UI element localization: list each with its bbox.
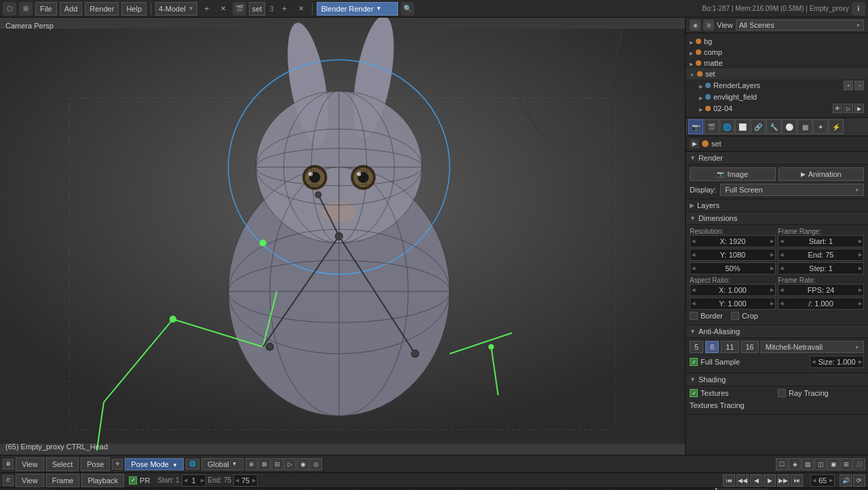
overlay-btn3[interactable]: ▤ [802, 458, 814, 470]
view-menu[interactable]: View [16, 457, 44, 471]
scene-item-matte[interactable]: matte [686, 58, 868, 68]
display-select[interactable]: Full Screen [720, 184, 864, 196]
ray-tracing-checkbox[interactable] [778, 389, 786, 397]
aa-section-header[interactable]: ▼ Anti-Aliasing [686, 325, 868, 338]
textures-checkbox[interactable] [690, 389, 698, 397]
end-num[interactable]: 75 [233, 474, 258, 487]
prop-object-icon[interactable]: ⬜ [735, 119, 750, 134]
aa-8[interactable]: 8 [705, 341, 719, 353]
start-field[interactable]: Start: 1 [778, 235, 864, 247]
aspect-y-field[interactable]: Y: 1.000 [690, 298, 776, 310]
sync-btn[interactable]: ⟳ [853, 474, 865, 487]
overlay-btn2[interactable]: ◈ [789, 458, 801, 470]
remove-screen[interactable]: ✕ [216, 2, 230, 16]
remove-scene[interactable]: ✕ [294, 2, 308, 16]
prop-world-icon[interactable]: 🌐 [719, 119, 734, 134]
overlay-btn6[interactable]: ⊞ [840, 458, 852, 470]
scene-name[interactable]: set [249, 2, 266, 16]
0204-render[interactable]: ▶ [854, 104, 864, 113]
pose-menu[interactable]: Pose [81, 457, 110, 471]
snap-btn3[interactable]: ⊟ [271, 458, 283, 470]
timeline-playback-menu[interactable]: Playback [81, 474, 124, 487]
scene-item-renderlayers[interactable]: RenderLayers + → [686, 79, 868, 91]
overlay-btn1[interactable]: ☐ [776, 458, 788, 470]
renderlayers-btn2[interactable]: → [854, 81, 864, 90]
play-fwd[interactable]: ▶ [764, 474, 776, 487]
prop-modifier-icon[interactable]: 🔧 [766, 119, 781, 134]
size-field[interactable]: Size: 1.000 [810, 356, 864, 368]
prop-scene-icon[interactable]: 🎬 [704, 119, 719, 134]
play-last[interactable]: ⏭ [791, 474, 803, 487]
snap-btn1[interactable]: ⊕ [245, 458, 258, 470]
info-icon[interactable]: ℹ [852, 2, 865, 16]
pr-checkbox[interactable] [129, 476, 137, 485]
image-btn[interactable]: 📷 Image [690, 167, 776, 181]
overlay-btn5[interactable]: ▣ [827, 458, 840, 470]
scene-icon[interactable]: 🎬 [233, 2, 246, 16]
add-screen[interactable]: + [200, 2, 214, 16]
scene-item-envlight[interactable]: envlight_field [686, 91, 868, 102]
scene-item-set[interactable]: set [686, 68, 868, 79]
renderlayers-btn1[interactable]: + [844, 81, 853, 90]
play-next[interactable]: ▶▶ [777, 474, 789, 487]
crop-checkbox[interactable] [731, 312, 739, 320]
dimensions-section-header[interactable]: ▼ Dimensions [686, 212, 868, 225]
prop-particles-icon[interactable]: ✦ [813, 119, 828, 134]
blender-logo[interactable]: ⬡ [3, 2, 16, 16]
timeline-view-menu[interactable]: View [16, 474, 44, 487]
layers-section-header[interactable]: ▶ Layers [686, 199, 868, 212]
snap-btn6[interactable]: ◎ [310, 458, 322, 470]
transform-icon[interactable]: ✛ [112, 459, 123, 470]
menu-file[interactable]: File [35, 2, 57, 16]
viewport[interactable]: Camera Persp (65) Empty_proxy CTRL_Head [0, 18, 685, 455]
snap-btn5[interactable]: ◉ [297, 458, 309, 470]
play-back[interactable]: ◀ [750, 474, 762, 487]
add-scene[interactable]: + [278, 2, 292, 16]
prop-render-icon[interactable]: 📷 [688, 119, 703, 134]
scene-expand-icon[interactable]: ⊞ [703, 20, 714, 30]
0204-select[interactable]: ▷ [844, 104, 853, 113]
timeline-type-icon[interactable]: ⏱ [3, 475, 14, 486]
scene-arrow[interactable]: ▶ [690, 139, 699, 148]
scene-view-icon[interactable]: ◉ [690, 20, 701, 30]
menu-help[interactable]: Help [121, 2, 146, 16]
play-first[interactable]: ⏮ [723, 474, 735, 487]
global-icon[interactable]: 🌐 [186, 459, 199, 470]
aa-5[interactable]: 5 [690, 341, 703, 353]
end-field[interactable]: End: 75 [778, 249, 864, 261]
screen-selector[interactable]: 4-Model ▼ [155, 2, 197, 16]
menu-add[interactable]: Add [60, 2, 83, 16]
animation-btn[interactable]: ▶ Animation [778, 167, 865, 181]
border-checkbox[interactable] [690, 312, 698, 320]
fps-ratio-field[interactable]: /: 1.000 [778, 298, 864, 310]
scene-item-comp[interactable]: comp [686, 47, 868, 58]
aa-11[interactable]: 11 [721, 341, 738, 353]
render-engine-select[interactable]: Blender Render ▼ [317, 2, 398, 16]
aspect-x-field[interactable]: X: 1.000 [690, 284, 776, 296]
current-frame[interactable]: 65 [810, 474, 835, 487]
full-sample-checkbox[interactable] [690, 358, 698, 366]
scenes-dropdown[interactable]: All Scenes ▼ [736, 20, 864, 30]
select-menu[interactable]: Select [46, 457, 79, 471]
menu-render[interactable]: Render [85, 2, 119, 16]
0204-eye[interactable]: 👁 [833, 104, 842, 113]
prop-material-icon[interactable]: ⚪ [782, 119, 797, 134]
audio-btn[interactable]: 🔊 [840, 474, 852, 487]
scene-item-0204[interactable]: 02-04 👁 ▷ ▶ [686, 102, 868, 115]
scene-item-bg[interactable]: bg [686, 36, 868, 47]
prop-texture-icon[interactable]: ▦ [797, 119, 812, 134]
fps-field[interactable]: FPS: 24 [778, 284, 864, 296]
aa-filter-select[interactable]: Mitchell-Netravali [761, 341, 864, 353]
render-icon[interactable]: 🔍 [401, 2, 414, 16]
overlay-btn4[interactable]: ◫ [814, 458, 827, 470]
timeline-frame-menu[interactable]: Frame [46, 474, 80, 487]
play-prev[interactable]: ◀◀ [736, 474, 749, 487]
start-num[interactable]: 1 [182, 474, 206, 487]
screen-layout-icon[interactable]: ⊞ [19, 2, 33, 16]
overlay-btn7[interactable]: 🎥 [853, 458, 865, 470]
pose-mode-select[interactable]: Pose Mode ▼ [125, 458, 184, 470]
orientation-select[interactable]: Global ▼ [201, 458, 243, 470]
snap-btn2[interactable]: ⊠ [258, 458, 271, 470]
res-y-field[interactable]: Y: 1080 [690, 249, 776, 261]
snap-btn4[interactable]: ▷ [284, 458, 296, 470]
